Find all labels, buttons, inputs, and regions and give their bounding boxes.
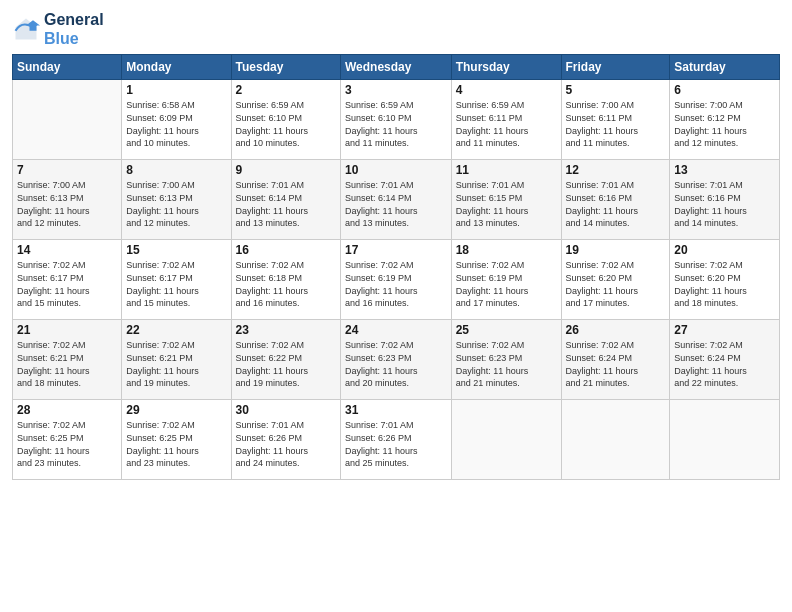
day-info: Sunrise: 7:00 AM Sunset: 6:13 PM Dayligh… (17, 179, 117, 229)
day-number: 29 (126, 403, 226, 417)
day-number: 24 (345, 323, 447, 337)
day-info: Sunrise: 7:02 AM Sunset: 6:17 PM Dayligh… (126, 259, 226, 309)
day-info: Sunrise: 7:01 AM Sunset: 6:26 PM Dayligh… (236, 419, 336, 469)
day-number: 9 (236, 163, 336, 177)
day-cell: 6Sunrise: 7:00 AM Sunset: 6:12 PM Daylig… (670, 80, 780, 160)
header-day: Friday (561, 55, 670, 80)
day-info: Sunrise: 7:02 AM Sunset: 6:17 PM Dayligh… (17, 259, 117, 309)
week-row: 28Sunrise: 7:02 AM Sunset: 6:25 PM Dayli… (13, 400, 780, 480)
day-number: 28 (17, 403, 117, 417)
day-cell: 15Sunrise: 7:02 AM Sunset: 6:17 PM Dayli… (122, 240, 231, 320)
day-number: 16 (236, 243, 336, 257)
day-number: 6 (674, 83, 775, 97)
day-number: 30 (236, 403, 336, 417)
day-number: 13 (674, 163, 775, 177)
day-info: Sunrise: 7:01 AM Sunset: 6:14 PM Dayligh… (236, 179, 336, 229)
logo: General Blue (12, 10, 104, 48)
day-cell: 2Sunrise: 6:59 AM Sunset: 6:10 PM Daylig… (231, 80, 340, 160)
day-number: 1 (126, 83, 226, 97)
day-cell: 7Sunrise: 7:00 AM Sunset: 6:13 PM Daylig… (13, 160, 122, 240)
logo-text: General Blue (44, 10, 104, 48)
day-cell (451, 400, 561, 480)
day-cell: 9Sunrise: 7:01 AM Sunset: 6:14 PM Daylig… (231, 160, 340, 240)
day-cell: 5Sunrise: 7:00 AM Sunset: 6:11 PM Daylig… (561, 80, 670, 160)
day-number: 25 (456, 323, 557, 337)
header-day: Wednesday (341, 55, 452, 80)
day-cell: 4Sunrise: 6:59 AM Sunset: 6:11 PM Daylig… (451, 80, 561, 160)
day-info: Sunrise: 7:02 AM Sunset: 6:22 PM Dayligh… (236, 339, 336, 389)
day-cell: 16Sunrise: 7:02 AM Sunset: 6:18 PM Dayli… (231, 240, 340, 320)
day-info: Sunrise: 7:02 AM Sunset: 6:19 PM Dayligh… (456, 259, 557, 309)
day-number: 20 (674, 243, 775, 257)
day-info: Sunrise: 7:02 AM Sunset: 6:21 PM Dayligh… (17, 339, 117, 389)
day-cell: 10Sunrise: 7:01 AM Sunset: 6:14 PM Dayli… (341, 160, 452, 240)
day-number: 15 (126, 243, 226, 257)
day-number: 5 (566, 83, 666, 97)
day-info: Sunrise: 7:02 AM Sunset: 6:23 PM Dayligh… (345, 339, 447, 389)
day-cell: 3Sunrise: 6:59 AM Sunset: 6:10 PM Daylig… (341, 80, 452, 160)
day-number: 31 (345, 403, 447, 417)
day-info: Sunrise: 7:02 AM Sunset: 6:21 PM Dayligh… (126, 339, 226, 389)
day-number: 12 (566, 163, 666, 177)
day-info: Sunrise: 7:01 AM Sunset: 6:26 PM Dayligh… (345, 419, 447, 469)
header-day: Thursday (451, 55, 561, 80)
day-cell (13, 80, 122, 160)
day-cell: 18Sunrise: 7:02 AM Sunset: 6:19 PM Dayli… (451, 240, 561, 320)
day-cell: 19Sunrise: 7:02 AM Sunset: 6:20 PM Dayli… (561, 240, 670, 320)
day-info: Sunrise: 6:58 AM Sunset: 6:09 PM Dayligh… (126, 99, 226, 149)
day-number: 21 (17, 323, 117, 337)
day-cell: 28Sunrise: 7:02 AM Sunset: 6:25 PM Dayli… (13, 400, 122, 480)
day-number: 3 (345, 83, 447, 97)
day-info: Sunrise: 7:01 AM Sunset: 6:14 PM Dayligh… (345, 179, 447, 229)
day-cell (561, 400, 670, 480)
day-info: Sunrise: 7:02 AM Sunset: 6:20 PM Dayligh… (566, 259, 666, 309)
day-info: Sunrise: 6:59 AM Sunset: 6:11 PM Dayligh… (456, 99, 557, 149)
header-day: Sunday (13, 55, 122, 80)
week-row: 1Sunrise: 6:58 AM Sunset: 6:09 PM Daylig… (13, 80, 780, 160)
day-number: 27 (674, 323, 775, 337)
week-row: 21Sunrise: 7:02 AM Sunset: 6:21 PM Dayli… (13, 320, 780, 400)
day-number: 2 (236, 83, 336, 97)
day-number: 14 (17, 243, 117, 257)
day-cell: 29Sunrise: 7:02 AM Sunset: 6:25 PM Dayli… (122, 400, 231, 480)
day-cell: 1Sunrise: 6:58 AM Sunset: 6:09 PM Daylig… (122, 80, 231, 160)
day-info: Sunrise: 7:01 AM Sunset: 6:16 PM Dayligh… (674, 179, 775, 229)
day-number: 18 (456, 243, 557, 257)
day-cell: 14Sunrise: 7:02 AM Sunset: 6:17 PM Dayli… (13, 240, 122, 320)
day-number: 11 (456, 163, 557, 177)
day-cell: 22Sunrise: 7:02 AM Sunset: 6:21 PM Dayli… (122, 320, 231, 400)
header: General Blue (12, 10, 780, 48)
day-number: 22 (126, 323, 226, 337)
day-info: Sunrise: 6:59 AM Sunset: 6:10 PM Dayligh… (345, 99, 447, 149)
day-info: Sunrise: 7:02 AM Sunset: 6:25 PM Dayligh… (126, 419, 226, 469)
day-info: Sunrise: 7:02 AM Sunset: 6:23 PM Dayligh… (456, 339, 557, 389)
day-info: Sunrise: 7:01 AM Sunset: 6:15 PM Dayligh… (456, 179, 557, 229)
day-number: 23 (236, 323, 336, 337)
day-cell: 25Sunrise: 7:02 AM Sunset: 6:23 PM Dayli… (451, 320, 561, 400)
day-info: Sunrise: 7:00 AM Sunset: 6:12 PM Dayligh… (674, 99, 775, 149)
day-cell: 31Sunrise: 7:01 AM Sunset: 6:26 PM Dayli… (341, 400, 452, 480)
day-number: 26 (566, 323, 666, 337)
day-cell: 13Sunrise: 7:01 AM Sunset: 6:16 PM Dayli… (670, 160, 780, 240)
day-number: 19 (566, 243, 666, 257)
day-cell: 11Sunrise: 7:01 AM Sunset: 6:15 PM Dayli… (451, 160, 561, 240)
page: General Blue SundayMondayTuesdayWednesda… (0, 0, 792, 612)
day-cell: 17Sunrise: 7:02 AM Sunset: 6:19 PM Dayli… (341, 240, 452, 320)
day-number: 7 (17, 163, 117, 177)
day-number: 4 (456, 83, 557, 97)
day-cell: 27Sunrise: 7:02 AM Sunset: 6:24 PM Dayli… (670, 320, 780, 400)
day-info: Sunrise: 7:02 AM Sunset: 6:18 PM Dayligh… (236, 259, 336, 309)
header-day: Saturday (670, 55, 780, 80)
day-cell: 20Sunrise: 7:02 AM Sunset: 6:20 PM Dayli… (670, 240, 780, 320)
day-info: Sunrise: 7:02 AM Sunset: 6:19 PM Dayligh… (345, 259, 447, 309)
logo-icon (12, 15, 40, 43)
day-info: Sunrise: 7:01 AM Sunset: 6:16 PM Dayligh… (566, 179, 666, 229)
day-cell: 30Sunrise: 7:01 AM Sunset: 6:26 PM Dayli… (231, 400, 340, 480)
day-info: Sunrise: 6:59 AM Sunset: 6:10 PM Dayligh… (236, 99, 336, 149)
day-cell (670, 400, 780, 480)
day-cell: 24Sunrise: 7:02 AM Sunset: 6:23 PM Dayli… (341, 320, 452, 400)
day-info: Sunrise: 7:02 AM Sunset: 6:25 PM Dayligh… (17, 419, 117, 469)
header-row: SundayMondayTuesdayWednesdayThursdayFrid… (13, 55, 780, 80)
calendar-table: SundayMondayTuesdayWednesdayThursdayFrid… (12, 54, 780, 480)
day-number: 10 (345, 163, 447, 177)
